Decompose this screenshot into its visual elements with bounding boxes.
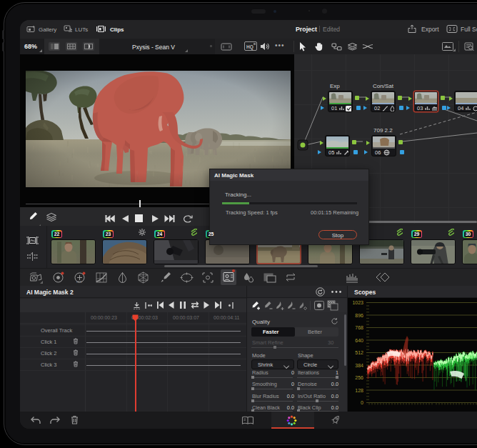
svg-text:256: 256 — [355, 375, 363, 380]
svg-text:1023: 1023 — [352, 300, 363, 305]
svg-text:384: 384 — [355, 363, 363, 368]
svg-text:HDR: HDR — [76, 281, 82, 284]
svg-text:896: 896 — [355, 313, 363, 318]
svg-text:768: 768 — [355, 325, 363, 330]
svg-text:512: 512 — [355, 350, 363, 355]
svg-text:0: 0 — [361, 400, 363, 405]
svg-text:640: 640 — [355, 338, 363, 343]
svg-text:128: 128 — [355, 388, 363, 393]
